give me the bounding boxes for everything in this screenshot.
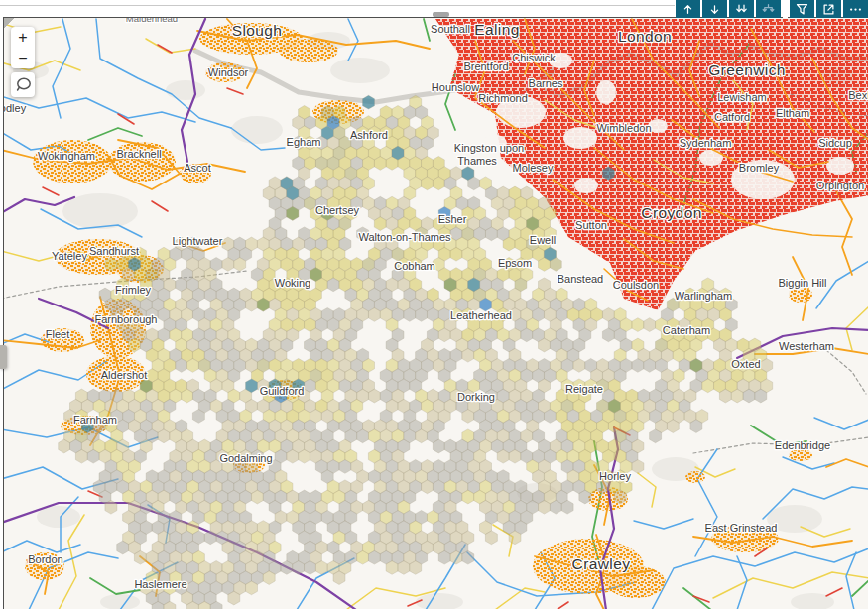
map-label-ascot: Ascot xyxy=(184,162,211,174)
map-label-esher: Esher xyxy=(438,213,467,225)
map-label-woking: Woking xyxy=(275,277,310,289)
map-label-sydenham: Sydenham xyxy=(680,137,732,149)
map-viewport[interactable]: MaidenheadSloughSouthallEalingLondonWind… xyxy=(3,17,868,609)
map-label-frimley: Frimley xyxy=(115,284,152,296)
scroll-up-button[interactable] xyxy=(676,0,700,18)
map-canvas[interactable]: MaidenheadSloughSouthallEalingLondonWind… xyxy=(4,18,868,609)
map-label-orpington: Orpington xyxy=(816,180,864,191)
map-label-brentford: Brentford xyxy=(463,61,508,72)
map-label-caterham: Caterham xyxy=(663,324,710,336)
export-icon xyxy=(821,2,836,17)
map-label-bracknell: Bracknell xyxy=(116,148,161,160)
map-label-bordon: Bordon xyxy=(28,553,62,565)
zoom-in-button[interactable]: + xyxy=(11,27,35,48)
map-label-sandhurst: Sandhurst xyxy=(89,245,139,257)
map-label-oxted: Oxted xyxy=(731,358,760,370)
funnel-icon xyxy=(795,2,809,17)
map-label-crawley: Crawley xyxy=(572,555,631,572)
map-label-farnham: Farnham xyxy=(73,414,117,426)
map-label-coulsdon: Coulsdon xyxy=(613,279,659,291)
circle-select-icon xyxy=(15,77,32,92)
map-label-warlingham: Warlingham xyxy=(675,290,732,302)
map-toolbar xyxy=(676,0,868,18)
arrow-down-icon xyxy=(707,2,722,17)
map-label-chiswick: Chiswick xyxy=(512,52,556,63)
map-label-sutton: Sutton xyxy=(575,219,607,231)
map-label-westerham: Westerham xyxy=(779,340,834,352)
branch-view-button[interactable] xyxy=(756,0,781,18)
arrow-up-icon xyxy=(681,2,695,17)
side-panel-collapse-handle[interactable] xyxy=(0,345,7,369)
scroll-to-bottom-button[interactable] xyxy=(729,0,754,18)
map-label-southall: Southall xyxy=(431,23,470,35)
zoom-out-button[interactable]: − xyxy=(11,48,35,68)
map-label-yateley: Yateley xyxy=(52,250,87,262)
map-label-maidenhead: Maidenhead xyxy=(126,18,178,24)
map-label-greenwich: Greenwich xyxy=(708,61,786,78)
more-options-button[interactable] xyxy=(843,0,868,18)
circle-select-button[interactable] xyxy=(11,72,35,97)
map-label-ashford: Ashford xyxy=(350,129,388,141)
map-label-kingston-upon: Kingston upon xyxy=(454,142,524,154)
map-label-guildford: Guildford xyxy=(260,385,305,397)
map-label-egham: Egham xyxy=(287,136,321,148)
map-label-wimbledon: Wimbledon xyxy=(596,122,651,134)
splitter-drag-handle[interactable] xyxy=(433,12,449,17)
map-label-richmond: Richmond xyxy=(478,92,528,104)
map-label-slough: Slough xyxy=(232,22,283,39)
map-label-windsor: Windsor xyxy=(208,66,249,78)
map-label-catford: Catford xyxy=(714,111,750,123)
splitter-line xyxy=(0,5,675,6)
scroll-down-button[interactable] xyxy=(702,0,727,18)
map-label-ewell: Ewell xyxy=(530,234,556,246)
map-label-lightwater: Lightwater xyxy=(173,235,223,247)
map-label-odley: odley xyxy=(4,102,27,114)
map-label-lewisham: Lewisham xyxy=(717,91,767,103)
branch-down-icon xyxy=(761,2,776,17)
map-label-horley: Horley xyxy=(599,470,631,482)
map-label-aldershot: Aldershot xyxy=(101,369,147,381)
map-label-biggin-hill: Biggin Hill xyxy=(779,277,827,289)
double-arrow-down-icon xyxy=(734,2,749,17)
map-label-farnborough: Farnborough xyxy=(95,313,158,325)
map-label-ealing: Ealing xyxy=(474,21,520,38)
filter-button[interactable] xyxy=(790,0,814,18)
map-label-bexle: Bexle xyxy=(848,89,868,101)
map-label-bromley: Bromley xyxy=(739,162,780,174)
map-label-london: London xyxy=(618,28,672,45)
map-label-wokingham: Wokingham xyxy=(38,150,95,162)
map-label-barnes: Barnes xyxy=(529,77,563,89)
map-label-fleet: Fleet xyxy=(46,328,69,340)
map-label-croydon: Croydon xyxy=(641,204,701,221)
map-label-haslemere: Haslemere xyxy=(134,578,186,590)
map-label-edenbridge: Edenbridge xyxy=(775,439,830,451)
map-label-epsom: Epsom xyxy=(498,257,532,269)
map-label-chertsey: Chertsey xyxy=(315,204,360,216)
map-label-molesey: Molesey xyxy=(513,162,554,174)
zoom-control: + − xyxy=(11,27,35,68)
map-label-hounslow: Hounslow xyxy=(432,81,479,93)
map-label-reigate: Reigate xyxy=(565,383,603,395)
map-label-dorking: Dorking xyxy=(457,391,495,403)
ellipsis-icon xyxy=(848,2,863,17)
map-label-godalming: Godalming xyxy=(219,452,272,464)
map-label-eltham: Eltham xyxy=(776,107,809,119)
map-label-thames: Thames xyxy=(457,155,497,167)
map-label-banstead: Banstead xyxy=(558,273,603,285)
open-in-window-button[interactable] xyxy=(816,0,841,18)
map-label-walton-on-thames: Walton-on-Thames xyxy=(358,231,451,243)
map-label-sidcup: Sidcup xyxy=(818,137,852,149)
map-label-cobham: Cobham xyxy=(394,260,435,272)
map-label-east-grinstead: East Grinstead xyxy=(705,522,778,534)
toolbar-gap xyxy=(783,0,788,18)
map-label-leatherhead: Leatherhead xyxy=(450,309,512,321)
